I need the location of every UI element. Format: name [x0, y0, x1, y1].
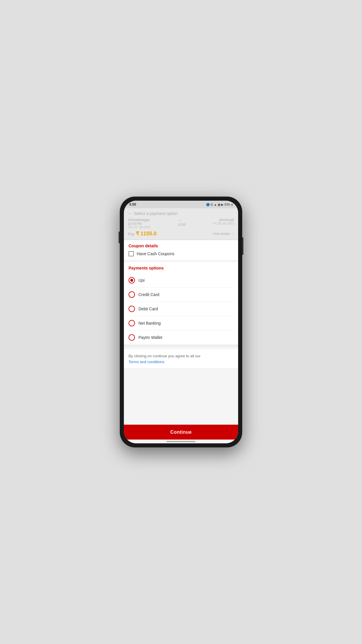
payment-label-upi: Upi: [138, 278, 145, 283]
radio-credit-card: [129, 291, 135, 298]
radio-debit-card: [129, 306, 135, 312]
pay-label: Pay: [128, 232, 134, 236]
back-arrow-icon: ←: [128, 211, 132, 216]
departure-date: Thu, 07 Jan 2021: [128, 225, 151, 229]
radio-debit-card-fill: [130, 307, 133, 310]
phone-frame: 4:50 🔵 ☰ ▲ ▦ ▶ 93% ● ← Select a payment …: [120, 197, 242, 447]
radio-upi: [129, 277, 135, 284]
terms-prefix-text: By clicking on continue you agree to all…: [129, 354, 201, 358]
payments-section-title: Payments options: [129, 266, 233, 270]
payment-option-upi[interactable]: Upi: [129, 273, 233, 288]
terms-section: By clicking on continue you agree to all…: [124, 349, 238, 368]
radio-net-banking-fill: [130, 322, 133, 325]
payment-option-paytm[interactable]: Paytm Wallet: [129, 330, 233, 344]
status-time: 4:50: [129, 202, 136, 206]
view-details-link[interactable]: View details →: [213, 232, 234, 235]
coupon-section: Coupon details Have Cash Coupons: [124, 240, 238, 260]
payments-section: Payments options Upi Credit Card: [124, 262, 238, 344]
radio-upi-fill: [130, 279, 133, 282]
status-icons: 🔵 ☰ ▲ ▦ ▶ 93% ●: [206, 203, 233, 206]
status-bar: 4:50 🔵 ☰ ▲ ▦ ▶ 93% ●: [124, 201, 238, 208]
coupon-row[interactable]: Have Cash Coupons: [129, 251, 233, 256]
payment-label-paytm: Paytm Wallet: [138, 335, 162, 340]
bottom-indicator: [124, 440, 238, 443]
app-header: ← Select a payment option Ahmednagar 02:…: [124, 208, 238, 240]
battery-level: 93%: [224, 203, 230, 206]
terms-and-conditions-link[interactable]: Terms and conditions: [129, 360, 233, 364]
pay-amount: ₹ 1155.0: [136, 231, 157, 237]
payment-label-debit-card: Debit Card: [138, 307, 158, 311]
to-city: Amravati: [213, 218, 234, 222]
payment-option-net-banking[interactable]: Net Banking: [129, 316, 233, 330]
cash-coupon-label: Have Cash Coupons: [137, 251, 174, 256]
payment-option-credit-card[interactable]: Credit Card: [129, 288, 233, 302]
back-row[interactable]: ← Select a payment option: [128, 211, 234, 216]
signal-bars-icon: ▶: [221, 203, 224, 206]
radio-paytm-fill: [130, 336, 133, 339]
wifi-icon: ▲: [214, 203, 217, 206]
divider: [124, 344, 238, 347]
data-icon: ▦: [218, 203, 220, 206]
pay-row: Pay ₹ 1155.0 View details →: [128, 230, 234, 237]
arrival-date: Fri, 08 Jan 2021: [213, 222, 234, 225]
coupon-section-title: Coupon details: [129, 244, 233, 248]
continue-button[interactable]: Continue: [170, 430, 191, 435]
phone-screen: 4:50 🔵 ☰ ▲ ▦ ▶ 93% ● ← Select a payment …: [124, 201, 238, 443]
radio-credit-card-fill: [130, 293, 133, 296]
arrival-time: 10:30: [178, 223, 186, 226]
battery-icon: ●: [231, 203, 233, 206]
continue-bar[interactable]: Continue: [124, 425, 238, 440]
direction-arrow-icon: →: [178, 218, 182, 223]
radio-paytm: [129, 334, 135, 341]
payment-label-credit-card: Credit Card: [138, 292, 159, 297]
scrollable-content: Coupon details Have Cash Coupons Payment…: [124, 240, 238, 425]
page-title: Select a payment option: [134, 211, 178, 216]
from-city: Ahmednagar: [128, 218, 151, 222]
signal-icon: ☰: [210, 203, 213, 206]
journey-info: Ahmednagar 02:00 PM Thu, 07 Jan 2021 → 1…: [128, 218, 234, 229]
bluetooth-icon: 🔵: [206, 203, 210, 206]
radio-net-banking: [129, 320, 135, 326]
departure-time: 02:00 PM: [128, 222, 151, 225]
empty-space: [124, 368, 238, 391]
home-indicator: [166, 441, 196, 442]
cash-coupon-checkbox[interactable]: [129, 251, 134, 256]
payment-option-debit-card[interactable]: Debit Card: [129, 302, 233, 316]
payment-label-net-banking: Net Banking: [138, 321, 161, 326]
